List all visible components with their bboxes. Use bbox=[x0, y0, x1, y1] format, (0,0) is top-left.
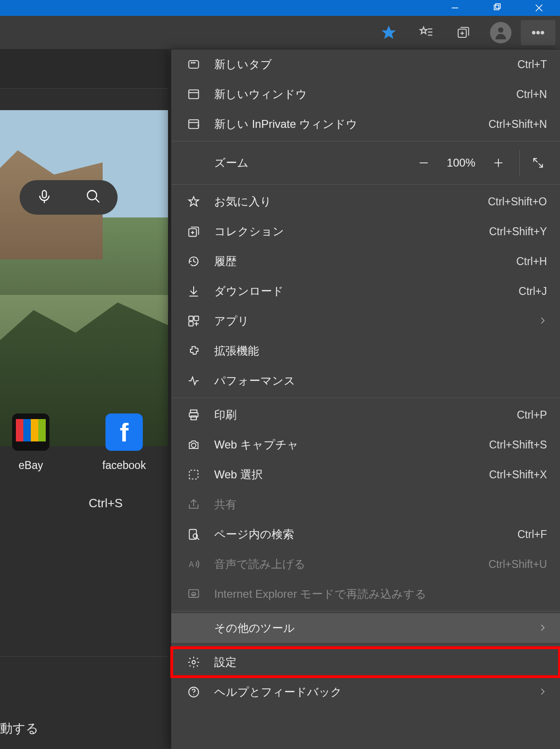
svg-point-16 bbox=[541, 31, 544, 34]
read-aloud-icon: A bbox=[184, 555, 203, 574]
menu-item-shortcut: Ctrl+Shift+N bbox=[489, 118, 547, 131]
menu-item-label: 新しいウィンドウ bbox=[214, 87, 516, 102]
collections-icon bbox=[184, 222, 203, 241]
svg-marker-6 bbox=[420, 27, 427, 34]
svg-point-23 bbox=[193, 63, 193, 63]
select-icon bbox=[184, 465, 203, 484]
menu-extensions[interactable]: 拡張機能 bbox=[171, 336, 560, 366]
menu-item-label: Web 選択 bbox=[214, 467, 489, 482]
menu-new-window[interactable]: 新しいウィンドウ Ctrl+N bbox=[171, 79, 560, 109]
microphone-icon[interactable] bbox=[36, 189, 52, 206]
menu-item-shortcut: Ctrl+T bbox=[518, 58, 547, 71]
extensions-icon bbox=[184, 342, 203, 360]
svg-marker-5 bbox=[383, 27, 395, 38]
svg-rect-1 bbox=[494, 5, 499, 10]
svg-rect-17 bbox=[42, 190, 46, 198]
menu-item-shortcut: Ctrl+Shift+O bbox=[488, 196, 547, 208]
svg-line-20 bbox=[95, 198, 99, 203]
svg-point-19 bbox=[87, 190, 97, 200]
menu-ie-mode: Internet Explorer モードで再読み込みする bbox=[171, 579, 560, 609]
print-icon bbox=[184, 406, 203, 424]
zoom-value: 100% bbox=[440, 156, 482, 169]
search-box[interactable] bbox=[20, 180, 118, 215]
star-icon bbox=[184, 192, 203, 211]
menu-help[interactable]: ヘルプとフィードバック bbox=[171, 677, 560, 707]
svg-point-22 bbox=[191, 63, 192, 63]
menu-find[interactable]: ページ内の検索 Ctrl+F bbox=[171, 519, 560, 549]
menu-more-tools[interactable]: その他のツール bbox=[171, 613, 560, 643]
menu-new-tab[interactable]: 新しいタブ Ctrl+T bbox=[171, 49, 560, 79]
menu-item-shortcut: Ctrl+Shift+U bbox=[489, 558, 547, 571]
minimize-button[interactable] bbox=[434, 0, 476, 16]
menu-web-select[interactable]: Web 選択 Ctrl+Shift+X bbox=[171, 460, 560, 490]
svg-rect-42 bbox=[189, 322, 193, 326]
inprivate-icon bbox=[184, 115, 203, 133]
quick-links: eBay f facebook bbox=[0, 413, 152, 472]
quick-link-facebook[interactable]: f facebook bbox=[96, 413, 152, 472]
menu-new-inprivate[interactable]: 新しい InPrivate ウィンドウ Ctrl+Shift+N bbox=[171, 109, 560, 139]
profile-avatar-icon bbox=[490, 22, 511, 43]
svg-marker-34 bbox=[189, 197, 199, 206]
menu-zoom: ズーム 100% bbox=[171, 143, 560, 182]
svg-rect-27 bbox=[189, 120, 199, 129]
menu-apps[interactable]: アプリ bbox=[171, 306, 560, 336]
maximize-button[interactable] bbox=[476, 0, 518, 16]
menu-settings[interactable]: 設定 bbox=[171, 647, 560, 677]
camera-icon bbox=[184, 435, 203, 454]
svg-point-55 bbox=[192, 661, 196, 664]
menu-item-label: Internet Explorer モードで再読み込みする bbox=[214, 587, 547, 602]
profile-button[interactable] bbox=[483, 20, 518, 45]
favorites-list-icon[interactable] bbox=[409, 20, 443, 45]
blank-icon bbox=[184, 619, 203, 637]
svg-point-48 bbox=[191, 443, 196, 448]
chevron-right-icon bbox=[539, 315, 547, 328]
svg-rect-54 bbox=[189, 590, 199, 597]
zoom-in-button[interactable] bbox=[485, 149, 512, 176]
ie-mode-icon bbox=[184, 585, 203, 603]
menu-separator bbox=[171, 645, 560, 645]
separator bbox=[0, 656, 168, 657]
menu-item-shortcut: Ctrl+F bbox=[518, 528, 547, 541]
fullscreen-button[interactable] bbox=[525, 149, 552, 176]
menu-item-label: 印刷 bbox=[214, 407, 517, 422]
menu-downloads[interactable]: ダウンロード Ctrl+J bbox=[171, 276, 560, 306]
svg-text:A: A bbox=[189, 560, 194, 568]
window-icon bbox=[184, 85, 203, 104]
partial-shortcut-text: Ctrl+S bbox=[89, 496, 123, 511]
menu-print[interactable]: 印刷 Ctrl+P bbox=[171, 400, 560, 430]
menu-collections[interactable]: コレクション Ctrl+Shift+Y bbox=[171, 217, 560, 246]
menu-item-label: 設定 bbox=[214, 655, 547, 670]
menu-performance[interactable]: パフォーマンス bbox=[171, 366, 560, 396]
menu-favorites[interactable]: お気に入り Ctrl+Shift+O bbox=[171, 187, 560, 217]
apps-icon bbox=[184, 312, 203, 330]
chevron-right-icon bbox=[539, 622, 547, 635]
menu-web-capture[interactable]: Web キャプチャ Ctrl+Shift+S bbox=[171, 430, 560, 460]
chevron-right-icon bbox=[539, 686, 547, 699]
zoom-label: ズーム bbox=[214, 155, 407, 170]
menu-history[interactable]: 履歴 Ctrl+H bbox=[171, 246, 560, 276]
close-button[interactable] bbox=[518, 0, 560, 16]
share-icon bbox=[184, 495, 203, 514]
quick-link-label: eBay bbox=[19, 459, 43, 472]
svg-point-15 bbox=[537, 31, 539, 34]
more-menu-button[interactable] bbox=[521, 20, 555, 45]
menu-read-aloud: A 音声で読み上げる Ctrl+Shift+U bbox=[171, 549, 560, 579]
favorite-star-icon[interactable] bbox=[371, 20, 406, 45]
zoom-out-button[interactable] bbox=[410, 149, 437, 176]
find-icon bbox=[184, 525, 203, 544]
quick-link-ebay[interactable]: eBay bbox=[3, 413, 59, 472]
quick-link-label: facebook bbox=[102, 459, 146, 472]
app-menu: 新しいタブ Ctrl+T 新しいウィンドウ Ctrl+N 新しい InPriva… bbox=[171, 49, 560, 749]
collections-icon[interactable] bbox=[446, 20, 481, 45]
help-icon bbox=[184, 683, 203, 701]
menu-separator bbox=[171, 398, 560, 398]
menu-item-label: ダウンロード bbox=[214, 284, 518, 299]
search-icon[interactable] bbox=[85, 189, 101, 206]
menu-item-label: 新しい InPrivate ウィンドウ bbox=[214, 117, 489, 132]
history-icon bbox=[184, 252, 203, 271]
menu-item-label: 新しいタブ bbox=[214, 57, 518, 72]
menu-item-label: ヘルプとフィードバック bbox=[214, 685, 532, 700]
menu-item-shortcut: Ctrl+N bbox=[516, 88, 547, 101]
performance-icon bbox=[184, 371, 203, 390]
menu-item-shortcut: Ctrl+Shift+S bbox=[489, 439, 547, 451]
